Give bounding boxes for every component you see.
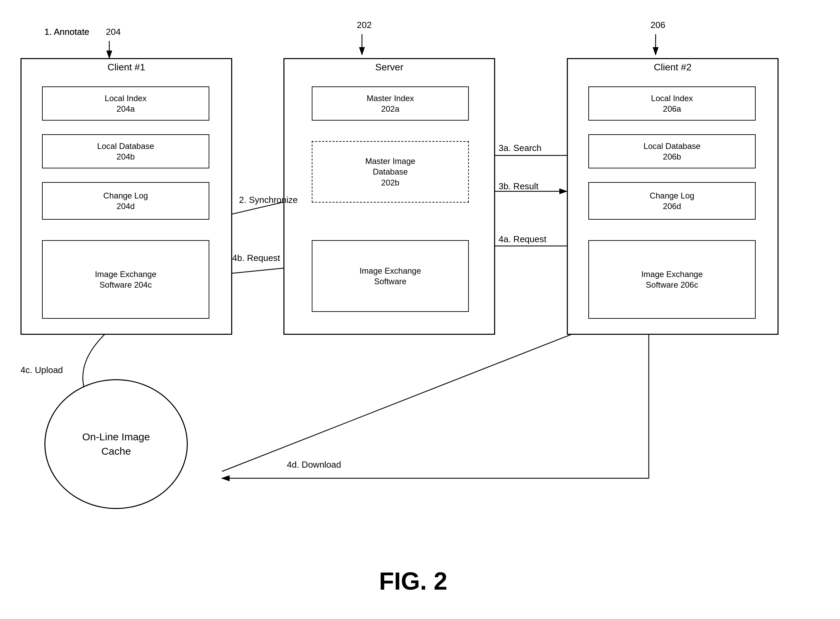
cache-circle: On-Line ImageCache: [45, 379, 188, 509]
client1-local-index: Local Index204a: [42, 87, 209, 121]
label-annotate-text: 1. Annotate: [45, 27, 90, 37]
server-master-index: Master Index202a: [312, 87, 469, 121]
server-box: Server Master Index202a Master ImageData…: [283, 58, 495, 335]
client2-title: Client #2: [568, 59, 777, 75]
label-search: 3a. Search: [498, 143, 542, 153]
label-upload: 4c. Upload: [21, 365, 63, 375]
client2-image-exchange: Image ExchangeSoftware 206c: [588, 240, 756, 319]
figure-label: FIG. 2: [328, 567, 498, 595]
label-request-4b: 4b. Request: [232, 253, 280, 263]
diagram-container: 1. Annotate 204 202 206 Client #1 Local …: [0, 0, 840, 619]
client2-box: Client #2 Local Index206a Local Database…: [567, 58, 779, 335]
client1-image-exchange: Image ExchangeSoftware 204c: [42, 240, 209, 319]
label-result: 3b. Result: [498, 181, 539, 191]
server-title: Server: [285, 59, 494, 75]
ref-202: 202: [357, 20, 372, 30]
client1-box: Client #1 Local Index204a Local Database…: [21, 58, 232, 335]
client2-change-log: Change Log206d: [588, 182, 756, 220]
ref-204: 204: [106, 27, 121, 37]
client1-change-log: Change Log204d: [42, 182, 209, 220]
server-image-exchange: Image ExchangeSoftware: [312, 240, 469, 312]
server-master-image-db: Master ImageDatabase202b: [312, 141, 469, 203]
label-request-4a: 4a. Request: [498, 234, 546, 245]
client1-local-database: Local Database204b: [42, 134, 209, 168]
client2-local-database: Local Database206b: [588, 134, 756, 168]
ref-206: 206: [651, 20, 665, 30]
label-download: 4d. Download: [287, 459, 341, 470]
client1-title: Client #1: [21, 59, 231, 75]
label-synchronize: 2. Synchronize: [239, 195, 298, 205]
client2-local-index: Local Index206a: [588, 87, 756, 121]
